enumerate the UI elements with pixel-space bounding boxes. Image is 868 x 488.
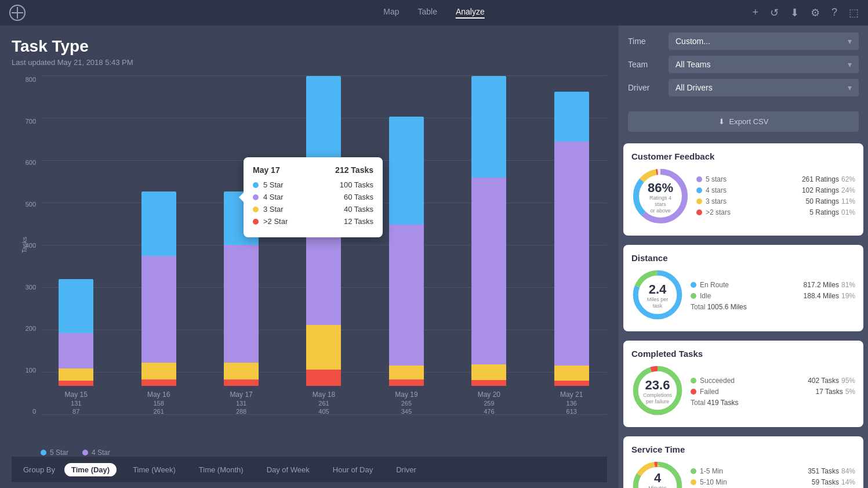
distance-stats: En Route 817.2 Miles81% Idle 188.4 Miles… [691,281,855,311]
legend-label-5star: 5 Star [50,449,68,457]
completed-dot-failed [691,389,696,395]
tooltip-arrow [239,193,244,202]
group-by-day-of-week[interactable]: Day of Week [260,463,317,476]
y-axis-title: Tasks [21,237,28,253]
filter-section: Time Custom... ▾ Team All Teams ▾ Driver… [619,26,868,109]
tooltip-total: 212 Tasks [335,165,373,175]
distance-donut-center: 2.4 Miles pertask [647,283,669,309]
bar-may16[interactable]: May 16 158 261 [123,76,194,415]
settings-icon[interactable]: ⚙ [811,6,820,19]
feedback-dot-2star [696,209,702,215]
tooltip-date: May 17 [253,165,280,175]
feedback-content: 86% Ratings 4 starsor above 5 stars 261 … [631,167,855,227]
filter-team-select[interactable]: All Teams ▾ [669,56,859,73]
group-by-hour-of-day[interactable]: Hour of Day [326,463,380,476]
filter-driver-arrow: ▾ [848,83,852,92]
bar-may18[interactable]: May 18 261 405 [288,76,359,415]
filter-time-row: Time Custom... ▾ [628,32,859,50]
legend-dot-5star [41,450,46,456]
bar-may21-4star: 613 [566,408,577,415]
y-label-600: 600 [26,159,36,166]
tooltip-row-2: 3 Star 40 Tasks [253,205,373,214]
add-icon[interactable]: + [752,6,758,19]
bar-may19-5star: 265 [401,400,412,407]
filter-time-value: Custom... [675,37,710,46]
service-donut: 4 Minutes pertask [631,460,684,488]
bar-may21[interactable]: May 21 136 613 [536,76,607,415]
filter-team-value: All Teams [675,60,710,69]
page-title: Task Type [12,37,607,56]
distance-title: Distance [631,253,855,263]
distance-card: Distance 2.4 Miles pertask En Route [623,245,863,331]
feedback-sub: Ratings 4 starsor above [646,195,675,214]
export-icon: ⬇ [718,117,725,126]
nav-analyze[interactable]: Analyze [456,7,485,19]
filter-time-select[interactable]: Custom... ▾ [669,32,859,50]
group-by-time-week[interactable]: Time (Week) [126,463,183,476]
bar-may20[interactable]: May 20 259 476 [453,76,524,415]
y-label-800: 800 [26,76,36,83]
completed-stat-failed: Failed 17 Tasks5% [691,388,855,396]
export-label: Export CSV [729,117,769,126]
group-by-bar: Group By Time (Day) Time (Week) Time (Mo… [12,457,607,482]
feedback-dot-5star [696,176,702,182]
completed-title: Completed Tasks [631,349,855,359]
service-val: 4 [645,471,671,485]
tooltip-dot-4star [253,194,259,200]
completed-donut-center: 23.6 Completionsper failure [643,378,672,405]
completed-total: Total 419 Tasks [691,399,855,407]
tooltip-val-5star: 100 Tasks [340,180,373,189]
help-icon[interactable]: ? [831,6,837,19]
service-stat-5-10: 5-10 Min 59 Tasks14% [691,478,855,486]
bar-may19[interactable]: May 19 265 345 [371,76,442,415]
bar-may19-label: May 19 [395,391,417,399]
legend-4star: 4 Star [82,449,110,457]
group-by-time-month[interactable]: Time (Month) [192,463,250,476]
nav-links: Map Table Analyze [383,7,485,19]
completed-stat-succeeded: Succeeded 402 Tasks95% [691,377,855,385]
logo[interactable] [9,5,26,21]
y-label-0: 0 [32,408,36,415]
feedback-stat-2star: >2 stars 5 Ratings01% [696,208,855,216]
tooltip-label-2star: >2 Star [263,217,288,226]
refresh-icon[interactable]: ↺ [770,6,779,19]
bar-may15-label: May 15 [65,391,88,399]
service-time-card: Service Time 4 Minutes pertask [623,436,863,488]
distance-dot-enroute [691,282,696,288]
bar-may21-5star: 136 [566,400,577,407]
tooltip-row-1: 4 Star 60 Tasks [253,193,373,201]
tooltip-label-5star: 5 Star [263,180,284,189]
bar-tooltip: May 17 212 Tasks 5 Star 100 Tasks 4 [244,157,383,237]
nav-icon-group: + ↺ ⬇ ⚙ ? ⬚ [752,6,859,19]
succeeded-label: Succeeded [700,377,735,385]
filter-driver-select[interactable]: All Drivers ▾ [669,79,859,96]
bar-may15[interactable]: May 15 131 87 [41,76,111,415]
group-by-time-day[interactable]: Time (Day) [64,463,117,476]
legend-label-4star: 4 Star [92,449,110,457]
bar-may17-4star: 288 [236,408,246,415]
tooltip-val-3star: 40 Tasks [344,205,373,214]
filter-team-arrow: ▾ [848,60,852,69]
bar-may17[interactable]: May 17 131 288 [206,76,277,415]
export-csv-button[interactable]: ⬇ Export CSV [628,111,859,132]
completed-dot-succeeded [691,378,696,384]
service-stats: 1-5 Min 351 Tasks84% 5-10 Min 59 Tasks14… [691,467,855,489]
nav-map[interactable]: Map [383,7,399,19]
download-icon[interactable]: ⬇ [790,6,799,19]
bar-may17-5star: 131 [236,400,246,407]
tooltip-dot-3star [253,207,259,212]
chart-area: Task Type Last updated May 21, 2018 5:43… [0,26,619,488]
service-dot-1-5 [691,468,696,474]
bar-may18-label: May 18 [313,391,335,399]
feedback-donut: 86% Ratings 4 starsor above [631,167,689,227]
signout-icon[interactable]: ⬚ [849,6,859,19]
bar-may16-label: May 16 [147,391,170,399]
tooltip-label-3star: 3 Star [263,205,284,214]
nav-table[interactable]: Table [417,7,437,19]
group-by-driver[interactable]: Driver [389,463,423,476]
bar-may18-5star: 261 [318,400,329,407]
bar-chart: 800 700 600 500 400 300 200 100 0 Tasks [12,76,607,444]
feedback-stat-4star: 4 stars 102 Ratings24% [696,186,855,194]
distance-val: 2.4 [647,283,669,297]
bar-may18-4star: 405 [318,408,329,415]
